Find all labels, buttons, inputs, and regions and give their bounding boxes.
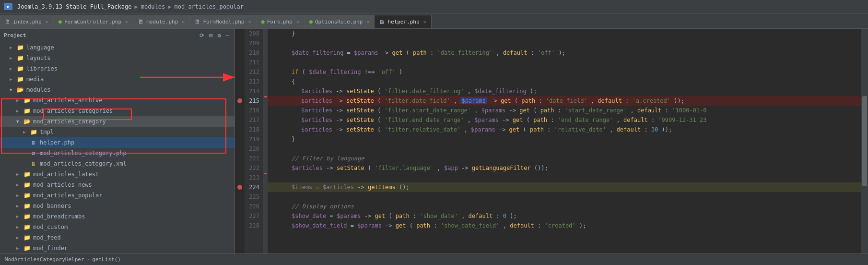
scroll-marker-215 (264, 96, 267, 97)
sidebar-item-media[interactable]: ▶ 📁 media (0, 74, 235, 84)
code-line-219: } (268, 134, 861, 144)
folder-icon-modules: 📂 (16, 86, 24, 93)
tab-module-close[interactable]: ✕ (182, 19, 185, 24)
collapse-icon[interactable]: ⊟ (208, 32, 214, 39)
folder-icon-category: 📂 (23, 118, 31, 125)
breakpoint-224 (237, 185, 242, 190)
form-icon2: ● (261, 18, 265, 25)
tab-form[interactable]: ● Form.php ✕ (257, 15, 305, 28)
code-lines[interactable]: } $date_filtering = $params -> get ( (268, 29, 861, 253)
php-icon4: 🗎 (379, 19, 385, 25)
sidebar-item-tmpl[interactable]: ▶ 📁 tmpl (0, 127, 235, 137)
code-line-215: $articles -> setState ( 'filter.date_fie… (268, 96, 861, 106)
sidebar-item-mod-finder[interactable]: ▶ 📁 mod_finder (0, 243, 235, 253)
folder-icon-libraries: 📁 (16, 65, 24, 72)
settings-icon[interactable]: ⚙ (216, 32, 223, 39)
label-mod-articles-category-xml: mod_articles_category.xml (40, 160, 127, 167)
tab-formcontroller-label: FormController.php (64, 19, 121, 25)
arrow-cat-php (23, 151, 30, 156)
sidebar-item-mod-feed[interactable]: ▶ 📁 mod_feed (0, 232, 235, 243)
label-mod-articles-latest: mod_articles_latest (33, 171, 99, 178)
sidebar-item-mod-articles-archive[interactable]: ▶ 📁 mod_articles_archive (0, 95, 235, 106)
gutter-227 (235, 211, 245, 221)
ln-214: 214 (248, 86, 259, 96)
arrow-categories: ▶ (16, 108, 23, 113)
ln-208: 208 (248, 29, 259, 38)
titlebar: ▶ Joomla_3.9.13-Stable-Full_Package ▶ mo… (0, 0, 868, 13)
tab-helper-label: helper.php (387, 19, 419, 25)
tab-index[interactable]: 🗎 index.php ✕ (0, 15, 54, 28)
gutter-222 (235, 163, 245, 173)
label-language: language (26, 44, 54, 51)
label-mod-articles-category: mod_articles_category (33, 118, 106, 125)
php-icon3: 🗎 (195, 18, 200, 25)
gutter-220 (235, 144, 245, 154)
folder-icon-news: 📁 (23, 181, 31, 188)
form-icon: ● (59, 18, 62, 25)
label-mod-articles-popular: mod_articles_popular (33, 192, 103, 199)
folder-icon-layouts: 📁 (16, 55, 24, 61)
ln-210: 210 (248, 48, 259, 58)
sidebar-item-mod-articles-category-xml[interactable]: 🗎 mod_articles_category.xml (0, 158, 235, 169)
path2: mod_articles_popular (175, 3, 244, 10)
code-scrollbar[interactable] (861, 29, 868, 253)
folder-icon-tmpl: 📁 (30, 129, 37, 135)
gutter-217 (235, 115, 245, 125)
breakpoint-gutter (235, 29, 245, 253)
arrow-popular: ▶ (16, 193, 23, 198)
hide-icon[interactable]: — (224, 32, 231, 39)
arrow-cat-xml (23, 161, 30, 166)
sidebar-item-mod-articles-category-php[interactable]: 🗎 mod_articles_category.php (0, 148, 235, 158)
gutter-228 (235, 221, 245, 230)
code-line-220 (268, 144, 861, 154)
sidebar-item-helper-php[interactable]: 🗎 helper.php (0, 137, 235, 148)
ln-222: 222 (248, 163, 259, 173)
sidebar-item-mod-articles-popular[interactable]: ▶ 📁 mod_articles_popular (0, 190, 235, 201)
sidebar-item-libraries[interactable]: ▶ 📁 libraries (0, 63, 235, 74)
tab-module[interactable]: 🗎 module.php ✕ (133, 15, 190, 28)
ln-209: 209 (248, 38, 259, 48)
sidebar-item-layouts[interactable]: ▶ 📁 layouts (0, 53, 235, 63)
tab-helper-close[interactable]: ✕ (423, 19, 426, 24)
sidebar-item-mod-custom[interactable]: ▶ 📁 mod_custom (0, 222, 235, 232)
tab-formmodel-close[interactable]: ✕ (248, 19, 251, 24)
tab-optionsrule-close[interactable]: ✕ (366, 19, 369, 24)
scroll-thumb[interactable] (862, 96, 867, 186)
sidebar-item-mod-articles-latest[interactable]: ▶ 📁 mod_articles_latest (0, 169, 235, 180)
sidebar-item-modules[interactable]: ▼ 📂 modules (0, 84, 235, 95)
tab-formmodel[interactable]: 🗎 FormModel.php ✕ (190, 15, 256, 28)
code-line-225 (268, 192, 861, 202)
code-line-210: $date_filtering = $params -> get ( path … (268, 48, 861, 58)
sync-icon[interactable]: ⟳ (198, 32, 206, 39)
tab-optionsrule[interactable]: ● OptionsRule.php ✕ (305, 15, 375, 28)
tab-formcontroller[interactable]: ● FormController.php ✕ (54, 15, 133, 28)
tab-formmodel-label: FormModel.php (203, 19, 244, 25)
editor-wrapper: 208 209 210 211 212 213 214 215 216 217 … (235, 29, 868, 253)
code-line-218: $articles -> setState ( 'filter.relative… (268, 125, 861, 134)
code-scroll-markers (264, 29, 268, 253)
php-file-icon-cat: 🗎 (30, 151, 37, 156)
gutter-211 (235, 58, 245, 67)
sidebar-item-mod-articles-category[interactable]: ▼ 📂 mod_articles_category (0, 116, 235, 127)
gutter-215 (235, 96, 245, 106)
app-logo: ▶ (4, 3, 12, 10)
sidebar-item-mod-breadcrumbs[interactable]: ▶ 📁 mod_breadcrumbs (0, 211, 235, 222)
line-numbers: 208 209 210 211 212 213 214 215 216 217 … (245, 29, 264, 253)
gutter-219 (235, 134, 245, 144)
label-mod-finder: mod_finder (33, 245, 68, 252)
tab-optionsrule-label: OptionsRule.php (315, 19, 363, 25)
sidebar-item-language[interactable]: ▶ 📁 language (0, 42, 235, 53)
gutter-226 (235, 202, 245, 211)
ln-228: 228 (248, 221, 259, 230)
arrow-archive: ▶ (16, 98, 23, 103)
gutter-214 (235, 86, 245, 96)
sidebar-item-mod-articles-news[interactable]: ▶ 📁 mod_articles_news (0, 180, 235, 190)
tab-formcontroller-close[interactable]: ✕ (125, 19, 128, 24)
gutter-218 (235, 125, 245, 134)
tab-index-close[interactable]: ✕ (46, 19, 48, 24)
tab-helper[interactable]: 🗎 helper.php ✕ (375, 15, 431, 28)
sidebar-item-mod-articles-categories[interactable]: ▶ 📁 mod_articles_categories (0, 106, 235, 116)
code-line-224: $items = $articles -> getItems (); (268, 182, 861, 192)
tab-form-close[interactable]: ✕ (296, 19, 299, 24)
sidebar-item-mod-banners[interactable]: ▶ 📁 mod_banners (0, 201, 235, 211)
